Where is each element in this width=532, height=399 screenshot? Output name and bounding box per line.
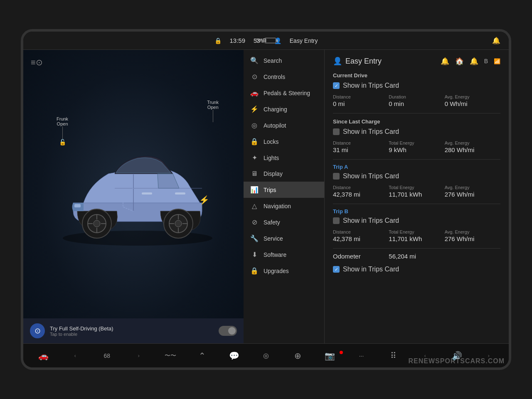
menu-item-trips[interactable]: 📊 Trips: [244, 182, 324, 198]
taskbar-dots[interactable]: ⠿: [378, 349, 409, 362]
svg-point-14: [175, 220, 182, 227]
taskbar-messages[interactable]: 💬: [219, 349, 249, 362]
menu-item-upgrades[interactable]: 🔒 Upgrades: [244, 263, 324, 279]
person-icon: 👤: [333, 57, 342, 66]
menu-trips-label: Trips: [264, 187, 276, 193]
upgrades-icon: 🔒: [250, 267, 259, 275]
fsd-banner: ⊙ Try Full Self-Driving (Beta) Tap to en…: [23, 318, 244, 343]
time-display: 13:59: [230, 37, 246, 44]
menu-item-pedals[interactable]: 🚗 Pedals & Steering: [244, 85, 324, 101]
trip-a-distance: Distance 42,378 mi: [333, 185, 389, 198]
taskbar-volume[interactable]: 🔊: [442, 349, 472, 362]
pedals-icon: 🚗: [250, 89, 259, 97]
service-icon: 🔧: [250, 234, 259, 242]
taskbar-joystick[interactable]: ⊕: [283, 349, 313, 362]
current-drive-checkbox[interactable]: ✓: [333, 82, 340, 89]
current-drive-duration: Duration 0 min: [389, 94, 444, 107]
menu-item-controls[interactable]: ⊙ Controls: [244, 69, 324, 85]
trip-a-checkbox[interactable]: [333, 173, 340, 180]
menu-item-lights[interactable]: ✦ Lights: [244, 150, 324, 166]
car-visual: ≡⊙ Frunk Open 🔓 Trunk Open: [23, 50, 244, 343]
menu-item-safety[interactable]: ⊘ Safety: [244, 214, 324, 230]
signal-icon: 📶: [494, 58, 500, 64]
trip-b-avg-energy: Avg. Energy 276 Wh/mi: [445, 229, 500, 242]
menu-item-charging[interactable]: ⚡ Charging: [244, 101, 324, 117]
status-bar: 0% 🔒 13:59 53°F 👤 Easy Entry 🔔: [23, 32, 509, 50]
menu-display-label: Display: [264, 170, 283, 177]
since-last-charge-checkbox[interactable]: [333, 128, 340, 135]
menu-locks-label: Locks: [264, 138, 279, 145]
trip-b-distance: Distance 42,378 mi: [333, 229, 389, 242]
locks-icon: 🔒: [250, 138, 259, 145]
taskbar-vol-prev[interactable]: ‹: [410, 351, 440, 360]
right-panel-title: 👤 Easy Entry: [333, 57, 382, 66]
taskbar-camera-app[interactable]: ◎: [251, 350, 281, 361]
trip-b-checkbox-row[interactable]: Show in Trips Card: [333, 217, 500, 224]
menu-item-service[interactable]: 🔧 Service: [244, 230, 324, 246]
odometer-checkbox-row[interactable]: ✓ Show in Trips Card: [333, 266, 500, 273]
home-icon[interactable]: 🏠: [455, 57, 464, 66]
menu-lights-label: Lights: [264, 155, 279, 161]
charging-icon: ⚡: [250, 105, 259, 113]
menu-panel: 🔍 Search ⊙ Controls 🚗 Pedals & Steering …: [244, 50, 325, 343]
svg-text:⚡: ⚡: [199, 195, 209, 205]
alarm-icon-top: 🔔: [492, 37, 500, 44]
trip-b-title: Trip B: [333, 208, 500, 214]
battery-percent: 0%: [256, 38, 263, 44]
menu-item-software[interactable]: ⬇ Software: [244, 246, 324, 263]
since-last-charge-energy: Total Energy 9 kWh: [389, 140, 444, 153]
menu-software-label: Software: [264, 251, 286, 258]
taskbar-vol-next[interactable]: ›: [473, 351, 504, 360]
taskbar-more[interactable]: ···: [346, 351, 377, 361]
current-drive-title: Current Drive: [333, 72, 500, 79]
odometer-checkbox[interactable]: ✓: [333, 266, 340, 273]
current-drive-checkbox-row[interactable]: ✓ Show in Trips Card: [333, 82, 500, 89]
current-drive-energy: Avg. Energy 0 Wh/mi: [445, 94, 500, 107]
temp-value: 68: [104, 352, 111, 359]
since-last-charge-avg-energy: Avg. Energy 280 Wh/mi: [445, 140, 500, 153]
easy-entry-status[interactable]: Easy Entry: [290, 37, 318, 44]
fsd-title: Try Full Self-Driving (Beta): [50, 325, 214, 332]
alarm-header-icon[interactable]: 🔔: [441, 57, 449, 66]
taskbar-temp-prev[interactable]: ‹: [60, 351, 91, 360]
taskbar-temperature[interactable]: 68: [92, 351, 122, 361]
menu-autopilot-label: Autopilot: [264, 122, 286, 129]
taskbar-wiper[interactable]: ⌃: [187, 349, 218, 362]
odometer-label-item: Odometer: [333, 253, 389, 260]
menu-pedals-label: Pedals & Steering: [264, 90, 310, 96]
trips-icon: 📊: [250, 186, 259, 194]
trunk-label: Trunk Open: [207, 100, 219, 122]
fsd-subtitle: Tap to enable: [50, 332, 214, 337]
menu-controls-label: Controls: [264, 74, 285, 80]
trip-a-checkbox-row[interactable]: Show in Trips Card: [333, 172, 500, 180]
taskbar-climate[interactable]: 〜〜: [155, 350, 186, 361]
battery-indicator: 0%: [256, 38, 276, 44]
menu-upgrades-label: Upgrades: [264, 268, 289, 274]
menu-charging-label: Charging: [264, 106, 287, 113]
tesla-screen: 0% 🔒 13:59 53°F 👤 Easy Entry 🔔 ≡⊙ Frunk: [21, 29, 511, 370]
software-icon: ⬇: [250, 251, 259, 259]
menu-item-display[interactable]: 🖥 Display: [244, 166, 324, 182]
since-last-charge-title: Since Last Charge: [333, 118, 500, 125]
display-icon: 🖥: [250, 170, 259, 177]
taskbar-photo[interactable]: 📷: [315, 349, 345, 362]
odometer-checkbox-label: Show in Trips Card: [343, 266, 399, 273]
menu-item-locks[interactable]: 🔒 Locks: [244, 133, 324, 150]
main-content: ≡⊙ Frunk Open 🔓 Trunk Open: [23, 50, 509, 343]
navigation-icon: △: [250, 202, 259, 210]
taskbar-car[interactable]: 🚗: [28, 349, 59, 362]
fsd-toggle[interactable]: [219, 326, 237, 336]
current-drive-checkbox-label: Show in Trips Card: [343, 82, 399, 89]
search-icon: 🔍: [250, 57, 259, 64]
trip-a-checkbox-label: Show in Trips Card: [343, 172, 399, 180]
menu-item-autopilot[interactable]: ◎ Autopilot: [244, 117, 324, 133]
bluetooth-icon[interactable]: B: [484, 58, 488, 64]
bell-icon[interactable]: 🔔: [470, 57, 478, 66]
menu-item-navigation[interactable]: △ Navigation: [244, 198, 324, 214]
since-last-charge-checkbox-row[interactable]: Show in Trips Card: [333, 128, 500, 135]
since-last-charge-checkbox-label: Show in Trips Card: [343, 128, 399, 135]
menu-item-search[interactable]: 🔍 Search: [244, 52, 324, 69]
taskbar-temp-next[interactable]: ›: [124, 351, 154, 360]
trip-b-checkbox[interactable]: [333, 217, 340, 224]
right-panel-header: 👤 Easy Entry 🔔 🏠 🔔 B 📶: [333, 57, 500, 66]
